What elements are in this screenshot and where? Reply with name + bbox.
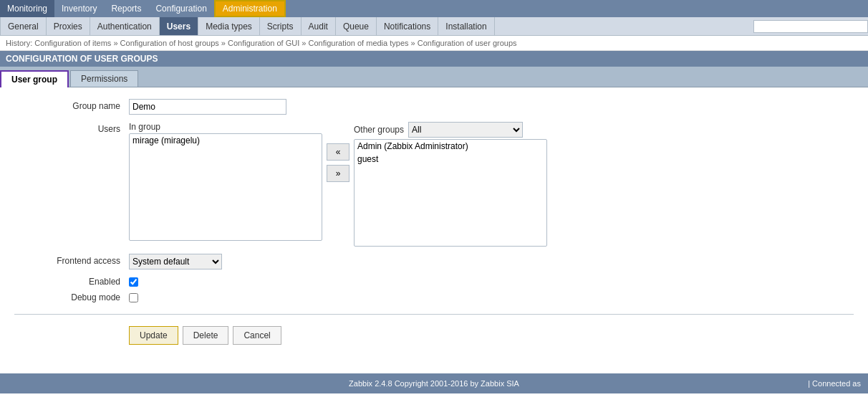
frontend-access-select[interactable]: System default Internal Disabled [129, 254, 222, 269]
nav-proxies[interactable]: Proxies [47, 17, 90, 35]
move-buttons: « » [327, 122, 349, 182]
frontend-access-field: System default Internal Disabled [129, 254, 854, 269]
in-group-list[interactable]: mirage (miragelu) [129, 133, 322, 241]
nav-scripts[interactable]: Scripts [260, 17, 302, 35]
nav-general[interactable]: General [0, 17, 47, 35]
users-content: In group mirage (miragelu) « » Other gro… [129, 122, 547, 247]
group-name-field [129, 99, 854, 115]
other-group-user-2[interactable]: guest [355, 153, 546, 166]
nav-administration[interactable]: Administration [214, 0, 286, 17]
in-group-label: In group [129, 122, 322, 132]
debug-mode-row: Debug mode [14, 292, 854, 302]
debug-mode-label: Debug mode [14, 292, 129, 302]
search-input[interactable] [753, 20, 868, 33]
users-row: Users In group mirage (miragelu) « » Oth… [14, 122, 854, 247]
nav-queue[interactable]: Queue [336, 17, 377, 35]
tabs-bar: User group Permissions [0, 67, 868, 87]
other-groups-label: Other groups [354, 125, 404, 135]
nav-users[interactable]: Users [160, 17, 198, 35]
second-navigation: General Proxies Authentication Users Med… [0, 17, 868, 36]
other-groups-dropdown[interactable]: All [408, 122, 523, 138]
enabled-label: Enabled [14, 277, 129, 287]
users-label: Users [14, 122, 129, 134]
footer: Zabbix 2.4.8 Copyright 2001-2016 by Zabb… [0, 373, 868, 393]
action-buttons: Update Delete Cancel [14, 326, 854, 345]
enabled-row: Enabled [14, 277, 854, 287]
footer-copyright: Zabbix 2.4.8 Copyright 2001-2016 by Zabb… [349, 379, 519, 388]
group-name-input[interactable] [129, 99, 286, 115]
move-left-button[interactable]: « [327, 143, 349, 161]
other-groups-list[interactable]: Admin (Zabbix Administrator) guest [354, 139, 547, 247]
form-content: Group name Users In group mirage (mirage… [0, 87, 868, 359]
frontend-access-label: Frontend access [14, 254, 129, 266]
in-group-user-1[interactable]: mirage (miragelu) [130, 134, 322, 147]
other-group-user-1[interactable]: Admin (Zabbix Administrator) [355, 140, 546, 153]
nav-audit[interactable]: Audit [302, 17, 336, 35]
other-groups-header: Other groups All [354, 122, 547, 138]
enabled-checkbox[interactable] [129, 277, 138, 287]
breadcrumb: History: Configuration of items » Config… [0, 36, 868, 51]
nav-installation[interactable]: Installation [438, 17, 494, 35]
top-navigation: Monitoring Inventory Reports Configurati… [0, 0, 868, 17]
group-name-label: Group name [14, 99, 129, 111]
move-right-button[interactable]: » [327, 165, 349, 182]
nav-configuration[interactable]: Configuration [148, 0, 213, 17]
group-name-row: Group name [14, 99, 854, 115]
frontend-access-row: Frontend access System default Internal … [14, 254, 854, 269]
tab-permissions[interactable]: Permissions [70, 70, 138, 87]
nav-reports[interactable]: Reports [104, 0, 148, 17]
form-divider [14, 314, 854, 315]
tab-user-group[interactable]: User group [0, 70, 69, 87]
delete-button[interactable]: Delete [183, 326, 229, 345]
other-groups-section: Other groups All Admin (Zabbix Administr… [354, 122, 547, 247]
search-box [753, 20, 868, 33]
nav-media-types[interactable]: Media types [198, 17, 260, 35]
nav-authentication[interactable]: Authentication [90, 17, 160, 35]
footer-connected: | Connected as [808, 379, 861, 388]
nav-notifications[interactable]: Notifications [377, 17, 438, 35]
in-group-section: In group mirage (miragelu) [129, 122, 322, 241]
nav-inventory[interactable]: Inventory [54, 0, 104, 17]
page-header: CONFIGURATION OF USER GROUPS [0, 51, 868, 67]
cancel-button[interactable]: Cancel [233, 326, 281, 345]
update-button[interactable]: Update [129, 326, 178, 345]
nav-monitoring[interactable]: Monitoring [0, 0, 54, 17]
debug-mode-checkbox[interactable] [129, 293, 138, 302]
